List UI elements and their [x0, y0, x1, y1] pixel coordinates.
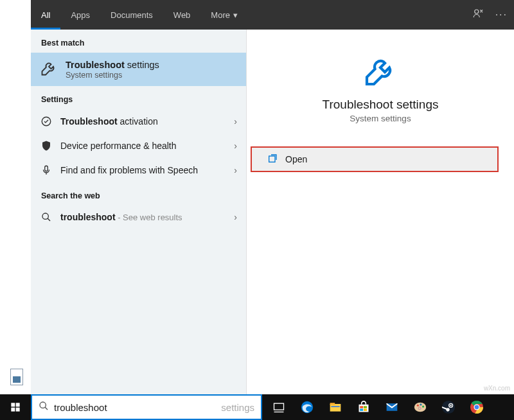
- start-button[interactable]: [0, 394, 31, 420]
- web-search-item[interactable]: troubleshoot - See web results ›: [31, 206, 246, 229]
- settings-item-health[interactable]: Device performance & health ›: [31, 134, 246, 158]
- svg-rect-17: [364, 406, 367, 408]
- mail-icon[interactable]: [378, 394, 406, 420]
- desktop-file-icon[interactable]: [10, 369, 23, 385]
- svg-rect-2: [45, 166, 48, 171]
- svg-point-9: [40, 402, 46, 408]
- check-circle-icon: [40, 116, 53, 127]
- taskbar: settings: [0, 394, 514, 420]
- best-match-subtitle: System settings: [66, 71, 159, 80]
- settings-header: Settings: [31, 86, 246, 109]
- chevron-down-icon: ▾: [233, 10, 238, 20]
- svg-rect-16: [360, 406, 363, 408]
- wrench-icon: [40, 59, 58, 80]
- taskbar-apps: [265, 394, 491, 420]
- svg-rect-10: [274, 403, 284, 410]
- svg-rect-6: [16, 403, 20, 407]
- search-web-header: Search the web: [31, 182, 246, 206]
- svg-rect-18: [360, 409, 363, 411]
- svg-rect-5: [11, 403, 15, 407]
- tab-all[interactable]: All: [31, 0, 60, 30]
- tab-more[interactable]: More ▾: [200, 0, 248, 30]
- wrench-icon: [362, 80, 398, 91]
- shield-icon: [40, 140, 53, 152]
- settings-item-speech[interactable]: Find and fix problems with Speech ›: [31, 158, 246, 182]
- svg-rect-12: [330, 404, 341, 412]
- microphone-icon: [40, 164, 53, 176]
- open-label: Open: [285, 154, 307, 164]
- svg-point-0: [474, 10, 478, 13]
- preview-title: Troubleshoot settings: [247, 98, 514, 112]
- desktop-left-strip: [0, 0, 31, 394]
- edge-icon[interactable]: [293, 394, 321, 420]
- chrome-icon[interactable]: [463, 394, 491, 420]
- svg-rect-13: [330, 403, 335, 405]
- svg-point-26: [442, 401, 455, 414]
- chevron-right-icon: ›: [234, 141, 237, 151]
- tab-apps[interactable]: Apps: [60, 0, 100, 30]
- web-search-label: troubleshoot - See web results: [60, 212, 226, 222]
- task-view-icon[interactable]: [265, 394, 293, 420]
- settings-item-label: Device performance & health: [60, 141, 226, 151]
- chevron-right-icon: ›: [234, 212, 237, 222]
- svg-point-24: [422, 406, 424, 408]
- chevron-right-icon: ›: [234, 165, 237, 175]
- search-ghost-text: settings: [221, 402, 254, 413]
- search-results-panel: Best match Troubleshoot settings System …: [31, 30, 247, 394]
- feedback-icon[interactable]: [472, 8, 484, 22]
- svg-point-23: [420, 403, 421, 405]
- search-input[interactable]: [54, 402, 218, 413]
- search-icon: [39, 401, 49, 414]
- search-icon: [40, 212, 53, 222]
- settings-item-label: Find and fix problems with Speech: [60, 165, 226, 175]
- best-match-item[interactable]: Troubleshoot settings System settings: [31, 53, 246, 86]
- search-tabs: All Apps Documents Web More ▾ ···: [31, 0, 514, 30]
- svg-rect-4: [269, 156, 275, 162]
- svg-rect-7: [11, 408, 15, 412]
- open-button[interactable]: Open: [251, 146, 499, 172]
- svg-point-28: [450, 405, 451, 406]
- preview-subtitle: System settings: [247, 114, 514, 123]
- svg-rect-8: [16, 408, 20, 412]
- file-explorer-icon[interactable]: [321, 394, 350, 420]
- svg-point-25: [418, 407, 421, 410]
- best-match-header: Best match: [31, 30, 246, 53]
- preview-panel: Troubleshoot settings System settings Op…: [247, 30, 514, 394]
- store-icon[interactable]: [350, 394, 378, 420]
- tab-web[interactable]: Web: [163, 0, 201, 30]
- settings-item-activation[interactable]: Troubleshoot activation ›: [31, 109, 246, 134]
- steam-icon[interactable]: [434, 394, 463, 420]
- paint-icon[interactable]: [406, 394, 434, 420]
- svg-point-3: [42, 213, 48, 219]
- svg-point-22: [417, 405, 419, 407]
- chevron-right-icon: ›: [234, 116, 237, 127]
- taskbar-search[interactable]: settings: [31, 394, 262, 420]
- open-icon: [267, 153, 278, 166]
- watermark: wXn.com: [484, 385, 510, 392]
- svg-rect-19: [364, 409, 367, 411]
- tab-documents[interactable]: Documents: [100, 0, 163, 30]
- settings-item-label: Troubleshoot activation: [60, 116, 226, 127]
- svg-rect-14: [331, 406, 339, 407]
- best-match-title: Troubleshoot settings: [66, 60, 159, 70]
- svg-point-31: [475, 405, 479, 410]
- more-icon[interactable]: ···: [495, 9, 508, 21]
